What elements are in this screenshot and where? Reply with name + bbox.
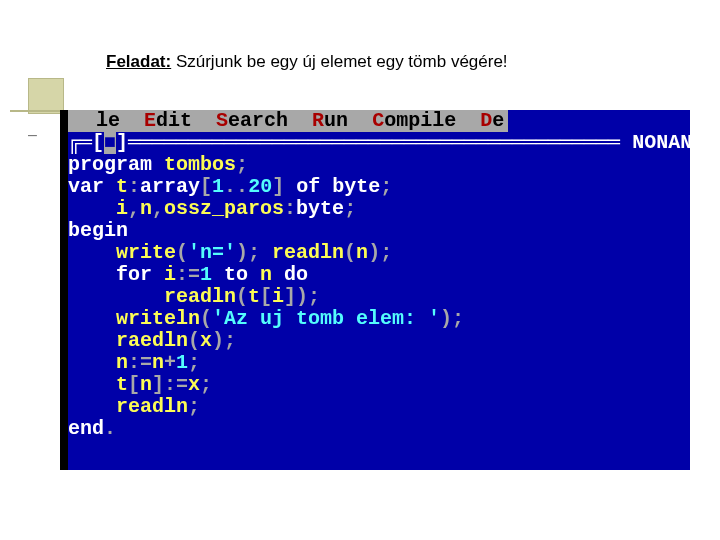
kw-end: end xyxy=(68,417,104,440)
kw-of: of xyxy=(296,175,332,198)
frame-left: ╔═[ xyxy=(68,131,104,154)
sym: [ xyxy=(260,285,272,308)
file-name: NONAN xyxy=(632,131,690,154)
sym: ); xyxy=(236,241,272,264)
kw-var: var xyxy=(68,175,116,198)
sym: ; xyxy=(380,175,392,198)
menu-pad xyxy=(72,110,96,132)
id-ossz: ossz_paros xyxy=(164,197,284,220)
kw-for: for xyxy=(68,263,164,286)
sym: ); xyxy=(368,241,392,264)
id-n: n xyxy=(68,351,128,374)
sym: ; xyxy=(188,395,200,418)
id-i: i xyxy=(272,285,284,308)
id-readln: readln xyxy=(272,241,344,264)
sym: ( xyxy=(200,307,212,330)
id-write: write xyxy=(68,241,176,264)
kw-to: to xyxy=(224,263,260,286)
num-1: 1 xyxy=(212,175,224,198)
id-readln: readln xyxy=(68,285,236,308)
ide-window: le Edit Search Run Compile De ╔═[■]═════… xyxy=(60,110,690,470)
menu-run-hotkey: R xyxy=(312,110,324,132)
menu-debug[interactable]: e xyxy=(492,110,504,132)
sym: ( xyxy=(236,285,248,308)
sym: , xyxy=(152,197,164,220)
sym: ; xyxy=(200,373,212,396)
sym: ); xyxy=(440,307,464,330)
task-label: Feladat: xyxy=(106,52,171,71)
sym: ]: xyxy=(152,373,176,396)
id-t: t xyxy=(116,175,128,198)
sym: = xyxy=(176,373,188,396)
sym: ; xyxy=(188,351,200,374)
menu-edit[interactable]: dit xyxy=(156,110,216,132)
sym: ]); xyxy=(284,285,320,308)
sym: = xyxy=(140,351,152,374)
sym: ( xyxy=(344,241,356,264)
kw-byte: byte xyxy=(332,175,380,198)
id-n: n xyxy=(356,241,368,264)
sym: : xyxy=(128,351,140,374)
sym: ] xyxy=(272,175,296,198)
sym: : xyxy=(128,175,140,198)
sym: [ xyxy=(200,175,212,198)
id-n: n xyxy=(140,197,152,220)
sym: . xyxy=(236,175,248,198)
num-1: 1 xyxy=(200,263,224,286)
menu-run[interactable]: un xyxy=(324,110,372,132)
menu-edit-hotkey: E xyxy=(144,110,156,132)
close-icon[interactable]: ■ xyxy=(104,131,116,154)
sym: ; xyxy=(236,153,248,176)
menu-file[interactable]: le xyxy=(96,110,144,132)
id-i: i xyxy=(164,263,176,286)
id-n: n xyxy=(260,263,284,286)
id-x: x xyxy=(188,373,200,396)
sym: : xyxy=(176,263,188,286)
str: 'n=' xyxy=(188,241,236,264)
task-text: Feladat: Szúrjunk be egy új elemet egy t… xyxy=(106,52,508,72)
sym: ( xyxy=(176,241,188,264)
menu-search-hotkey: S xyxy=(216,110,228,132)
task-body: Szúrjunk be egy új elemet egy tömb végér… xyxy=(171,52,507,71)
kw-array: array xyxy=(140,175,200,198)
menu-search[interactable]: earch xyxy=(228,110,312,132)
num-1: 1 xyxy=(176,351,188,374)
kw-begin: begin xyxy=(68,219,128,242)
sym: . xyxy=(104,417,116,440)
sym: ); xyxy=(212,329,236,352)
id-i: i xyxy=(68,197,128,220)
kw-do: do xyxy=(284,263,308,286)
id-n: n xyxy=(152,351,164,374)
slide: – Feladat: Szúrjunk be egy új elemet egy… xyxy=(0,0,720,540)
sym: [ xyxy=(128,373,140,396)
sym: ; xyxy=(344,197,356,220)
sym: , xyxy=(128,197,140,220)
kw-byte: byte xyxy=(296,197,344,220)
str: 'Az uj tomb elem: ' xyxy=(212,307,440,330)
sym: . xyxy=(224,175,236,198)
id-readln: readln xyxy=(68,395,188,418)
sym: ( xyxy=(188,329,200,352)
id-t: t xyxy=(248,285,260,308)
menu-compile-hotkey: C xyxy=(372,110,384,132)
menu-debug-hotkey: D xyxy=(480,110,492,132)
id-raedln: raedln xyxy=(68,329,188,352)
ide-screen: le Edit Search Run Compile De ╔═[■]═════… xyxy=(68,110,690,470)
id-writeln: writeln xyxy=(68,307,200,330)
menu-bar[interactable]: le Edit Search Run Compile De xyxy=(68,110,508,132)
id-tombos: tombos xyxy=(164,153,236,176)
id-x: x xyxy=(200,329,212,352)
bullet-box xyxy=(28,78,64,114)
num-20: 20 xyxy=(248,175,272,198)
dash-icon: – xyxy=(28,126,37,144)
sym: = xyxy=(188,263,200,286)
kw-program: program xyxy=(68,153,164,176)
sym: : xyxy=(284,197,296,220)
frame-mid: ]═══════════════════════════════════════… xyxy=(116,131,632,154)
menu-compile[interactable]: ompile xyxy=(384,110,480,132)
sym: + xyxy=(164,351,176,374)
id-t: t xyxy=(68,373,128,396)
id-n: n xyxy=(140,373,152,396)
